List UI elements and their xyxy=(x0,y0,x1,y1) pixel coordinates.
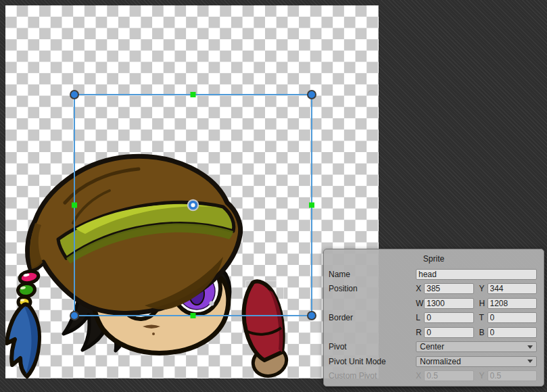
hat-beads xyxy=(17,270,39,308)
selection-handle-bottom-left[interactable] xyxy=(70,312,78,320)
selection-handle-bottom-right[interactable] xyxy=(308,312,316,320)
chevron-down-icon xyxy=(527,360,533,363)
pivot-unit-mode-dropdown[interactable]: Normalized xyxy=(416,356,537,367)
custom-pivot-x-prefix: X xyxy=(416,371,424,381)
pivot-unit-mode-value: Normalized xyxy=(420,357,461,366)
custom-pivot-label: Custom Pivot xyxy=(329,371,416,381)
position-y-prefix: Y xyxy=(479,284,487,293)
position-wh-row: W H xyxy=(324,296,544,311)
chevron-down-icon xyxy=(527,345,533,349)
border-lt-row: Border L T xyxy=(324,311,544,326)
border-r-input[interactable] xyxy=(424,327,474,338)
border-t-prefix: T xyxy=(479,313,487,322)
selection-handle-bottom-mid[interactable] xyxy=(191,313,196,318)
position-x-prefix: X xyxy=(416,284,424,293)
name-row: Name xyxy=(324,267,544,282)
width-prefix: W xyxy=(416,299,424,308)
border-l-input[interactable] xyxy=(424,312,474,323)
border-t-input[interactable] xyxy=(487,312,538,323)
panel-title: Sprite xyxy=(324,251,544,267)
pivot-label: Pivot xyxy=(329,342,416,351)
chin-mark xyxy=(152,333,155,335)
selection-handle-top-mid[interactable] xyxy=(191,92,196,97)
custom-pivot-x-input xyxy=(424,370,474,381)
custom-pivot-y-prefix: Y xyxy=(479,371,487,381)
border-r-prefix: R xyxy=(416,328,424,337)
custom-pivot-row: Custom Pivot X Y xyxy=(324,369,544,384)
pivot-dropdown[interactable]: Center xyxy=(416,341,537,352)
name-label: Name xyxy=(329,270,416,279)
custom-pivot-y-input xyxy=(487,370,538,381)
selection-handle-left-mid[interactable] xyxy=(72,203,77,208)
position-y-input[interactable] xyxy=(487,283,538,294)
border-b-input[interactable] xyxy=(487,327,538,338)
name-input[interactable] xyxy=(416,269,537,280)
pivot-unit-mode-label: Pivot Unit Mode xyxy=(329,357,416,366)
feather xyxy=(7,305,39,377)
selection-handle-right-mid[interactable] xyxy=(309,203,314,208)
position-x-input[interactable] xyxy=(424,283,474,294)
sprite-editor-window: Sprite Name Position X Y W H xyxy=(0,0,547,392)
border-l-prefix: L xyxy=(416,313,424,322)
pivot-handle[interactable] xyxy=(188,200,198,210)
pivot-row: Pivot Center xyxy=(324,340,544,355)
sprite-inspector-panel: Sprite Name Position X Y W H xyxy=(323,249,544,387)
position-label: Position xyxy=(329,284,416,293)
selection-handle-top-right[interactable] xyxy=(308,91,316,99)
border-b-prefix: B xyxy=(479,328,487,337)
sleeve xyxy=(244,281,283,360)
height-prefix: H xyxy=(479,299,487,308)
border-rb-row: R B xyxy=(324,325,544,340)
height-input[interactable] xyxy=(487,298,538,309)
border-label: Border xyxy=(329,313,416,322)
pivot-unit-mode-row: Pivot Unit Mode Normalized xyxy=(324,354,544,369)
position-xy-row: Position X Y xyxy=(324,282,544,297)
character-head-sprite[interactable] xyxy=(7,156,241,376)
width-input[interactable] xyxy=(424,298,474,309)
pivot-dropdown-value: Center xyxy=(420,342,444,351)
selection-handle-top-left[interactable] xyxy=(70,91,78,99)
arm-sprite[interactable] xyxy=(244,281,291,380)
